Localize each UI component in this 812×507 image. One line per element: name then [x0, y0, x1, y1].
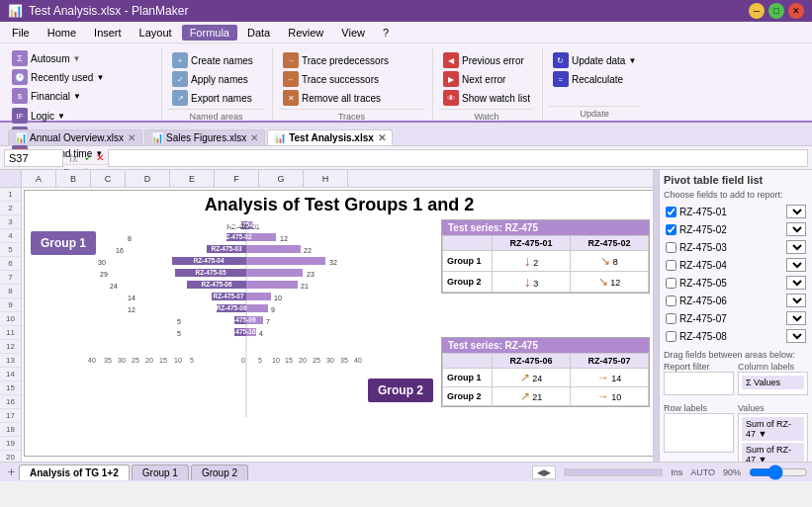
field-rz475-07: RZ-475-07 ▼	[664, 310, 808, 326]
menu-view[interactable]: View	[333, 25, 373, 41]
ts2-row2-val2: → 10	[571, 387, 649, 406]
financial-icon: $	[12, 88, 28, 104]
sheet-tab-add[interactable]: +	[4, 465, 19, 479]
report-filter-label: Report filter	[664, 362, 734, 372]
create-names-button[interactable]: + Create names	[168, 51, 264, 69]
col-b: B	[56, 170, 91, 187]
export-names-button[interactable]: ↗ Export names	[168, 89, 264, 107]
file-tab-test-close[interactable]: ✕	[378, 132, 386, 143]
recently-used-icon: 🕐	[12, 69, 28, 85]
sheet-tab-analysis[interactable]: Analysis of TG 1+2	[19, 465, 130, 480]
file-tab-test[interactable]: 📊 Test Analysis.xlsx ✕	[267, 129, 393, 145]
svg-text:8: 8	[128, 235, 132, 242]
menu-review[interactable]: Review	[280, 25, 331, 41]
values-box[interactable]: Sum of RZ-47 ▼ Sum of RZ-47 ▼ Sum of RZ-…	[738, 413, 808, 462]
svg-rect-9	[246, 245, 301, 253]
ts2-col2: RZ-475-07	[571, 354, 649, 369]
svg-text:9: 9	[271, 306, 275, 313]
menu-layout[interactable]: Layout	[132, 25, 180, 41]
field-checkbox-rz475-04[interactable]	[666, 260, 677, 271]
field-checkbox-rz475-05[interactable]	[666, 278, 677, 289]
prev-error-button[interactable]: ◀ Previous error	[439, 51, 534, 69]
sheet-tab-group2[interactable]: Group 2	[191, 465, 248, 480]
row-12: 12	[0, 340, 21, 354]
file-tab-sales-close[interactable]: ✕	[250, 132, 258, 143]
chart-embed-area[interactable]: Analysis of Test Groups 1 and 2 Group 1 …	[22, 188, 653, 462]
trace-predecessors-icon: →	[283, 52, 299, 68]
file-tab-annual[interactable]: 📊 Annual Overview.xlsx ✕	[8, 129, 142, 145]
formula-check[interactable]: ✓	[84, 152, 92, 163]
field-checkbox-rz475-02[interactable]	[666, 224, 677, 235]
sheet-tab-group1[interactable]: Group 1	[132, 465, 189, 480]
svg-text:5: 5	[258, 357, 262, 364]
next-error-button[interactable]: ▶ Next error	[439, 70, 534, 88]
field-select-rz475-05[interactable]: ▼	[786, 276, 806, 290]
title-bar: 📊 Test Analysis.xlsx - PlanMaker ─ □ ✕	[0, 0, 812, 22]
menu-home[interactable]: Home	[40, 25, 84, 41]
field-checkbox-rz475-08[interactable]	[666, 331, 677, 342]
close-button[interactable]: ✕	[788, 3, 804, 19]
apply-names-button[interactable]: ✓ Apply names	[168, 70, 264, 88]
menu-file[interactable]: File	[4, 25, 38, 41]
svg-text:40: 40	[88, 357, 96, 364]
financial-button[interactable]: $ Financial ▼	[8, 87, 153, 105]
maximize-button[interactable]: □	[768, 3, 784, 19]
menu-help[interactable]: ?	[375, 25, 397, 41]
remove-traces-button[interactable]: ✕ Remove all traces	[279, 89, 424, 107]
svg-text:30: 30	[98, 259, 106, 266]
field-select-rz475-03[interactable]: ▼	[786, 240, 806, 254]
logic-button[interactable]: IF Logic ▼	[8, 107, 153, 125]
row-headers: 1 2 3 4 5 6 7 8 9 10 11 12 13 14 15 16 1…	[0, 188, 22, 462]
test-series-1-header: Test series: RZ-475	[442, 220, 649, 235]
show-watch-button[interactable]: 👁 Show watch list	[439, 89, 534, 107]
zoom-slider[interactable]	[749, 466, 808, 478]
horizontal-scroll[interactable]: ◀▶	[532, 465, 556, 479]
report-filter-box[interactable]	[664, 372, 734, 395]
pivot-panel: Pivot table field list Choose fields to …	[659, 170, 812, 462]
title-text: Test Analysis.xlsx - PlanMaker	[29, 4, 188, 18]
field-checkbox-rz475-03[interactable]	[666, 242, 677, 253]
field-select-rz475-07[interactable]: ▼	[786, 311, 806, 325]
file-tab-annual-close[interactable]: ✕	[128, 132, 135, 143]
trace-predecessors-button[interactable]: → Trace predecessors	[279, 51, 424, 69]
trace-successors-button[interactable]: ← Trace successors	[279, 70, 424, 88]
recently-used-button[interactable]: 🕐 Recently used ▼	[8, 68, 153, 86]
recalculate-button[interactable]: = Recalculate	[549, 70, 640, 88]
apply-names-icon: ✓	[172, 71, 188, 87]
field-checkbox-rz475-06[interactable]	[666, 296, 677, 306]
update-data-button[interactable]: ↻ Update data ▼	[549, 51, 640, 69]
minimize-button[interactable]: ─	[749, 3, 765, 19]
file-tab-sales[interactable]: 📊 Sales Figures.xlsx ✕	[144, 129, 265, 145]
row-labels-section: Row labels	[664, 403, 734, 462]
row-labels-box[interactable]	[664, 413, 734, 453]
field-select-rz475-02[interactable]: ▼	[786, 222, 806, 236]
column-labels-box[interactable]: Σ Values	[738, 372, 808, 395]
chart-title: Analysis of Test Groups 1 and 2	[29, 195, 650, 215]
svg-text:12: 12	[280, 235, 288, 242]
menu-formula[interactable]: Formula	[182, 25, 237, 41]
formula-input[interactable]	[108, 149, 808, 167]
svg-text:20: 20	[299, 357, 307, 364]
horizontal-scrollbar[interactable]	[564, 468, 663, 476]
field-checkbox-rz475-07[interactable]	[666, 313, 677, 324]
col-g: G	[259, 170, 304, 187]
field-select-rz475-06[interactable]: ▼	[786, 294, 806, 307]
svg-text:5: 5	[190, 357, 194, 364]
cell-reference-input[interactable]	[4, 149, 63, 167]
menu-data[interactable]: Data	[239, 25, 278, 41]
row-10: 10	[0, 312, 21, 326]
formula-cancel[interactable]: ✕	[96, 152, 104, 163]
field-select-rz475-04[interactable]: ▼	[786, 258, 806, 272]
excel-icon-2: 📊	[151, 132, 163, 143]
menu-insert[interactable]: Insert	[86, 25, 130, 41]
group1-label: Group 1	[31, 231, 96, 255]
row-values-row: Row labels Values Sum of RZ-47 ▼ Sum of …	[664, 403, 808, 462]
ts1-row1-val1: ↓ 2	[493, 251, 571, 272]
col-f: F	[215, 170, 259, 187]
field-select-rz475-08[interactable]: ▼	[786, 329, 806, 343]
svg-rect-25	[246, 293, 271, 300]
field-select-rz475-01[interactable]: ▼	[786, 205, 806, 218]
row-3: 3	[0, 215, 21, 229]
field-checkbox-rz475-01[interactable]	[666, 207, 677, 217]
autosum-button[interactable]: Σ Autosum ▼	[8, 49, 153, 67]
